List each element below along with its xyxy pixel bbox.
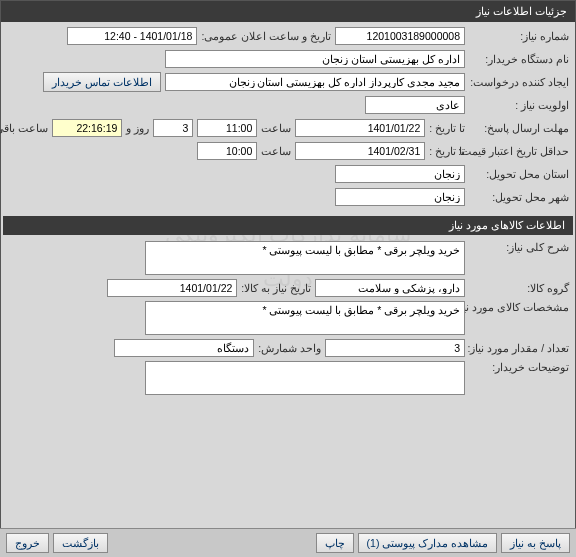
label-buyer: نام دستگاه خریدار:	[469, 53, 569, 65]
label-to-date-2: تا تاریخ :	[429, 145, 465, 157]
respond-button[interactable]: پاسخ به نیاز	[501, 533, 570, 553]
announce-datetime-field[interactable]	[67, 27, 197, 45]
back-button[interactable]: بازگشت	[53, 533, 108, 553]
spec-field[interactable]	[145, 301, 465, 335]
remain-days-field	[153, 119, 193, 137]
need-date-field[interactable]	[107, 279, 237, 297]
label-creator: ایجاد کننده درخواست:	[469, 76, 569, 88]
label-desc: شرح کلی نیاز:	[469, 241, 569, 253]
label-deliver-city: شهر محل تحویل:	[469, 191, 569, 203]
unit-field[interactable]	[114, 339, 254, 357]
deadline-date-field[interactable]	[295, 119, 425, 137]
goods-info-section: شرح کلی نیاز: گروه کالا: تاریخ نیاز به ک…	[1, 237, 575, 402]
desc-field[interactable]	[145, 241, 465, 275]
goods-header: اطلاعات کالاهای مورد نیاز	[3, 216, 573, 235]
need-number-field[interactable]	[335, 27, 465, 45]
label-need-date: تاریخ نیاز به کالا:	[241, 282, 311, 294]
label-priority: اولویت نیاز :	[469, 99, 569, 111]
label-remain-day: روز و	[126, 122, 149, 134]
deliver-city-field[interactable]	[335, 188, 465, 206]
deadline-time-field[interactable]	[197, 119, 257, 137]
label-hour-2: ساعت	[261, 145, 291, 157]
footer-bar: پاسخ به نیاز مشاهده مدارک پیوستی (1) چاپ…	[0, 528, 576, 557]
label-min-valid: حداقل تاریخ اعتبار قیمت:	[469, 145, 569, 157]
label-remain-hour: ساعت باقی مانده	[0, 122, 48, 134]
exit-button[interactable]: خروج	[6, 533, 49, 553]
label-unit: واحد شمارش:	[258, 342, 321, 354]
contact-buyer-button[interactable]: اطلاعات تماس خریدار	[43, 72, 161, 92]
print-button[interactable]: چاپ	[316, 533, 354, 553]
buyer-note-field[interactable]	[145, 361, 465, 395]
creator-field[interactable]	[165, 73, 465, 91]
buyer-field[interactable]	[165, 50, 465, 68]
need-info-section: شماره نیاز: تاریخ و ساعت اعلان عمومی: نا…	[1, 22, 575, 214]
label-spec: مشخصات کالای مورد نیاز:	[469, 301, 569, 313]
label-deliver-state: استان محل تحویل:	[469, 168, 569, 180]
valid-time-field[interactable]	[197, 142, 257, 160]
label-deadline-send: مهلت ارسال پاسخ:	[469, 122, 569, 134]
attachments-button[interactable]: مشاهده مدارک پیوستی (1)	[358, 533, 498, 553]
priority-field[interactable]	[365, 96, 465, 114]
label-buyer-note: توضیحات خریدار:	[469, 361, 569, 373]
group-field[interactable]	[315, 279, 465, 297]
label-announce: تاریخ و ساعت اعلان عمومی:	[201, 30, 331, 42]
label-qty: تعداد / مقدار مورد نیاز:	[469, 342, 569, 354]
valid-date-field[interactable]	[295, 142, 425, 160]
window-title: جزئیات اطلاعات نیاز	[1, 1, 575, 22]
remain-timer-field	[52, 119, 122, 137]
label-need-number: شماره نیاز:	[469, 30, 569, 42]
label-to-date-1: تا تاریخ :	[429, 122, 465, 134]
label-group: گروه کالا:	[469, 282, 569, 294]
deliver-state-field[interactable]	[335, 165, 465, 183]
label-hour-1: ساعت	[261, 122, 291, 134]
qty-field[interactable]	[325, 339, 465, 357]
